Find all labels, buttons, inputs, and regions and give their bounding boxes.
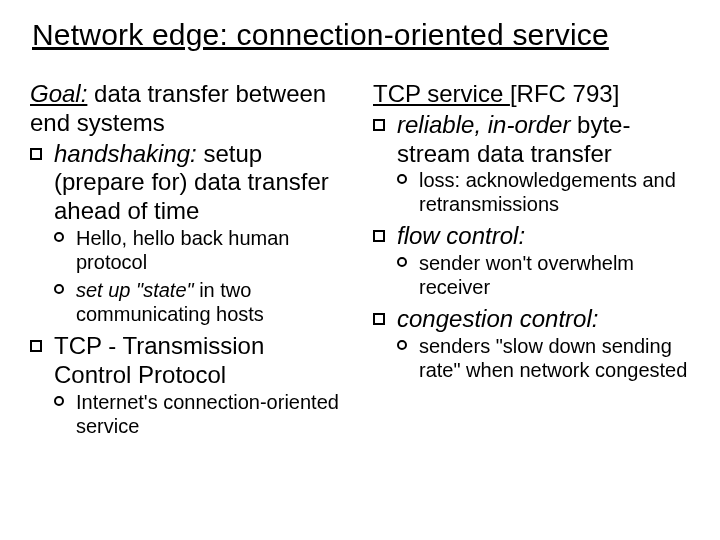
sub-text: sender won't overwhelm receiver [419, 252, 634, 298]
left-column: Goal: data transfer between end systems … [30, 80, 347, 444]
left-bullets: handshaking: setup (prepare for) data tr… [30, 140, 347, 438]
goal-label: Goal: [30, 80, 87, 107]
bullet-handshaking: handshaking: setup (prepare for) data tr… [30, 140, 347, 326]
sub-bullet: senders "slow down sending rate" when ne… [397, 334, 690, 382]
slide-title: Network edge: connection-oriented servic… [32, 18, 690, 52]
sub-bullets: Internet's connection-oriented service [54, 390, 347, 438]
sub-bullet: loss: acknowledgements and retransmissio… [397, 168, 690, 216]
sub-bullets: loss: acknowledgements and retransmissio… [397, 168, 690, 216]
two-column-layout: Goal: data transfer between end systems … [30, 80, 690, 444]
tcp-service-line: TCP service [RFC 793] [373, 80, 690, 109]
goal-line: Goal: data transfer between end systems [30, 80, 347, 138]
sub-bullets: senders "slow down sending rate" when ne… [397, 334, 690, 382]
sub-text: loss: acknowledgements and retransmissio… [419, 169, 676, 215]
sub-bullets: Hello, hello back human protocol set up … [54, 226, 347, 326]
sub-text-em: set up "state" [76, 279, 194, 301]
sub-bullets: sender won't overwhelm receiver [397, 251, 690, 299]
sub-bullet: set up "state" in two communicating host… [54, 278, 347, 326]
bullet-tcp: TCP - Transmission Control Protocol Inte… [30, 332, 347, 438]
sub-text: senders "slow down sending rate" when ne… [419, 335, 687, 381]
sub-bullet: Internet's connection-oriented service [54, 390, 347, 438]
bullet-text-em: flow control: [397, 222, 525, 249]
bullet-congestion-control: congestion control: senders "slow down s… [373, 305, 690, 382]
sub-bullet: Hello, hello back human protocol [54, 226, 347, 274]
right-bullets: reliable, in-order byte-stream data tran… [373, 111, 690, 382]
sub-text: Internet's connection-oriented service [76, 391, 339, 437]
right-column: TCP service [RFC 793] reliable, in-order… [373, 80, 690, 444]
bullet-flow-control: flow control: sender won't overwhelm rec… [373, 222, 690, 299]
slide: Network edge: connection-oriented servic… [0, 0, 720, 540]
sub-bullet: sender won't overwhelm receiver [397, 251, 690, 299]
bullet-text-em: handshaking: [54, 140, 197, 167]
tcp-label: TCP service [373, 80, 510, 107]
tcp-rfc: [RFC 793] [510, 80, 619, 107]
bullet-text-em: congestion control: [397, 305, 598, 332]
bullet-text: TCP - Transmission Control Protocol [54, 332, 264, 388]
sub-text: Hello, hello back human protocol [76, 227, 289, 273]
bullet-reliable: reliable, in-order byte-stream data tran… [373, 111, 690, 217]
bullet-text-em: reliable, in-order [397, 111, 570, 138]
